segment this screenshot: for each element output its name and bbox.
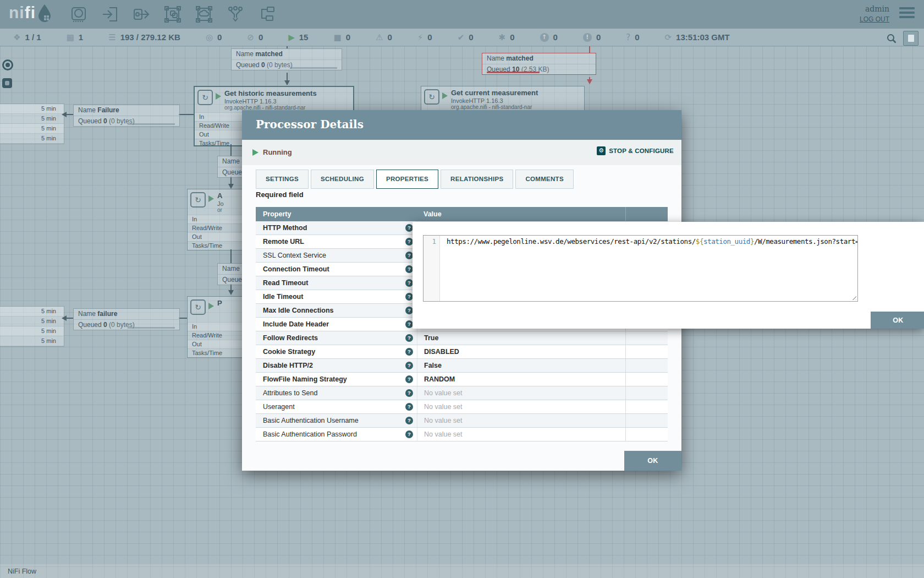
tab-comments[interactable]: COMMENTS [515, 170, 573, 189]
processor-type-icon: ↻ [190, 192, 206, 208]
input-port-icon[interactable] [102, 6, 118, 23]
help-icon[interactable]: ? [405, 265, 413, 273]
stat-label: Out [192, 233, 202, 240]
global-menu-icon[interactable] [899, 7, 915, 20]
property-row: FlowFile Naming Strategy?RANDOM [256, 373, 668, 386]
status-total-queued: ☰193 / 279.12 KB [108, 32, 180, 42]
stat-label: Out [192, 341, 202, 347]
birdseye-toggle-button[interactable] [903, 31, 919, 46]
logout-link[interactable]: LOG OUT [860, 15, 889, 23]
question-icon: ? [626, 32, 630, 42]
property-row: Attributes to Send?No value set [256, 386, 668, 400]
remote-process-group-icon[interactable] [196, 6, 212, 23]
dialog-header: Processor Details [242, 110, 681, 140]
stat-label: In [199, 113, 204, 120]
property-value: DISABLED [417, 345, 625, 358]
help-icon[interactable]: ? [405, 362, 413, 369]
stat-value: 5 min [0, 124, 64, 134]
dialog-ok-button[interactable]: OK [624, 451, 681, 471]
processor-icon[interactable] [70, 6, 87, 23]
stop-and-configure-button[interactable]: ⚙ STOP & CONFIGURE [597, 146, 674, 155]
template-icon[interactable] [258, 6, 275, 23]
connection-label-matched-alert[interactable]: Name matched Queued 10 (2.53 KB) [482, 53, 596, 75]
connection-arrow-icon [62, 112, 67, 117]
status-stopped-components: ■0 [333, 32, 350, 42]
property-row: Cookie Strategy?DISABLED [256, 345, 668, 359]
stat-label: Read/Write [192, 225, 222, 231]
running-indicator-icon [208, 195, 214, 202]
property-value-editor: 1 https://www.pegelonline.wsv.de/webserv… [413, 222, 924, 329]
stat-label: Read/Write [199, 122, 229, 129]
processor-type-icon: ↻ [190, 299, 206, 315]
component-toolbar [70, 6, 275, 23]
status-clustered-nodes-value: 1 [79, 32, 83, 42]
connection-label-failure[interactable]: Name Failure Queued 0 (0 bytes) [73, 105, 180, 127]
help-icon[interactable]: ? [405, 389, 413, 397]
property-value: No value set [417, 400, 625, 413]
property-value: False [417, 359, 625, 372]
connection-arrow-icon [228, 290, 234, 295]
run-status-label: Running [263, 146, 292, 159]
user-block: admin LOG OUT [860, 4, 889, 24]
help-icon[interactable]: ? [405, 403, 413, 411]
help-icon[interactable]: ? [405, 320, 413, 328]
property-name: Attributes to Send? [256, 386, 417, 400]
status-not-transmitting-ports: ⊘0 [247, 32, 263, 42]
tab-settings[interactable]: SETTINGS [256, 170, 309, 189]
connection-label-matched[interactable]: Name matched Queued 0 (0 bytes) [231, 48, 342, 70]
status-last-refresh-value: 13:51:03 GMT [676, 32, 730, 42]
status-stale-versioned-value: 0 [553, 32, 558, 42]
nifi-logo: nifi [9, 3, 52, 22]
invokehttp-icon: ↻ [424, 89, 439, 105]
status-transmitting-ports-value: 0 [217, 32, 222, 42]
help-icon[interactable]: ? [405, 307, 413, 314]
help-icon[interactable]: ? [405, 375, 413, 383]
output-port-icon[interactable] [133, 6, 150, 23]
tab-properties[interactable]: PROPERTIES [376, 170, 438, 189]
property-value: No value set [417, 414, 625, 427]
list-icon: ☰ [108, 32, 116, 42]
status-up-to-date-versioned: ✔0 [458, 32, 474, 42]
status-running-components: ▶15 [288, 32, 308, 42]
tab-relationships[interactable]: RELATIONSHIPS [441, 170, 513, 189]
resize-handle[interactable] [850, 294, 856, 300]
canvas-badge-icon [2, 59, 13, 70]
help-icon[interactable]: ? [405, 348, 413, 356]
nifi-drop-icon [37, 3, 52, 22]
help-icon[interactable]: ? [405, 224, 413, 232]
property-value: RANDOM [417, 373, 625, 386]
status-active-threads: ❖1 / 1 [13, 32, 41, 42]
stat-label: Tasks/Time [199, 140, 229, 146]
help-icon[interactable]: ? [405, 238, 413, 246]
help-icon[interactable]: ? [405, 417, 413, 424]
status-active-threads-value: 1 / 1 [25, 32, 41, 42]
running-status-icon [252, 149, 258, 156]
funnel-icon[interactable] [227, 6, 244, 23]
property-value: True [417, 331, 625, 345]
property-name: Connection Timeout? [256, 263, 417, 276]
help-icon[interactable]: ? [405, 293, 413, 301]
processor-stats-fragment: 5 min5 min5 min5 min [0, 306, 64, 347]
help-icon[interactable]: ? [405, 430, 413, 438]
help-icon[interactable]: ? [405, 252, 413, 259]
connection-label-failure-2[interactable]: Name failure Queued 0 (0 bytes) [73, 308, 180, 330]
property-name: HTTP Method? [256, 221, 417, 235]
property-row: Follow Redirects?True [256, 331, 668, 345]
status-running-components-value: 15 [299, 32, 309, 42]
process-group-icon[interactable] [164, 6, 181, 23]
status-up-to-date-versioned-value: 0 [469, 32, 473, 42]
property-row: Useragent?No value set [256, 400, 668, 414]
tab-scheduling[interactable]: SCHEDULING [311, 170, 374, 189]
property-name: Follow Redirects? [256, 331, 417, 345]
help-icon[interactable]: ? [405, 334, 413, 342]
breadcrumb-bar: NiFi Flow [0, 564, 924, 578]
transmit-icon: ◎ [206, 32, 213, 42]
status-locally-modified-versioned: ✱0 [499, 32, 515, 42]
search-icon[interactable] [887, 34, 897, 43]
value-editor-textarea[interactable]: 1 https://www.pegelonline.wsv.de/webserv… [423, 235, 858, 302]
breadcrumb[interactable]: NiFi Flow [8, 568, 36, 575]
editor-ok-button[interactable]: OK [871, 312, 924, 329]
help-icon[interactable]: ? [405, 279, 413, 287]
app-header: nifi admin LOG OUT [0, 0, 924, 29]
stat-label: Tasks/Time [192, 350, 222, 356]
